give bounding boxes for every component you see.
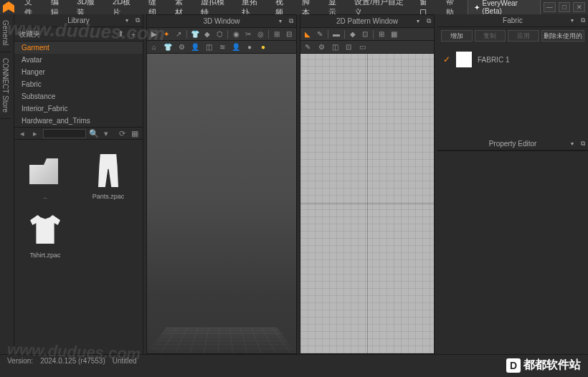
back-icon[interactable]: ◂ — [17, 128, 27, 138]
chevron-down-icon[interactable]: ▾ — [417, 18, 419, 24]
select-icon[interactable]: ✦ — [161, 29, 171, 39]
tree-interior[interactable]: Interior_Fabric — [14, 102, 143, 115]
shirt-icon[interactable]: 👕 — [163, 42, 173, 52]
fabric-delete-button[interactable]: 删除未使用的 — [541, 30, 584, 42]
folder-icon — [29, 158, 58, 184]
library-panel: Library ▾ ⧉ 收藏夹 ⬆ + Garment Avatar Hange… — [14, 14, 143, 354]
fabric-apply-button[interactable]: 应用 — [508, 30, 539, 42]
popout-icon[interactable]: ⧉ — [136, 16, 140, 24]
pen-icon[interactable]: ✎ — [303, 42, 313, 52]
home-icon[interactable]: ⌂ — [149, 42, 159, 52]
tool-icon[interactable]: ✂ — [243, 29, 253, 39]
right-panel: Fabric ▾ ⧉ 增加 复制 应用 删除未使用的 ✓ FABRIC 1 Pr… — [437, 14, 588, 354]
version-value: 2024.0.125 (r47553) — [40, 357, 105, 365]
menubar: 文件 编辑 3D服装 2D板片 缝纫 素材 虚拟模特 重拓扑 视频 脚本 显示 … — [0, 0, 588, 14]
sim-icon[interactable]: ▶ — [149, 29, 159, 39]
property-editor-header[interactable]: Property Editor ▾ ⧉ — [437, 138, 588, 151]
fabric-swatch[interactable] — [456, 52, 472, 67]
folder-icon[interactable]: ▬ — [331, 29, 341, 39]
tool-icon[interactable]: ▦ — [389, 29, 399, 39]
shirt-tool-icon[interactable]: 👕 — [190, 29, 200, 39]
tool-icon[interactable]: ◆ — [348, 29, 358, 39]
vtab-connect[interactable]: CONNECT Store — [0, 52, 11, 119]
pants-icon — [98, 154, 118, 187]
library-header[interactable]: Library ▾ ⧉ — [14, 14, 143, 27]
tool-icon[interactable]: ◫ — [330, 42, 340, 52]
vtab-general[interactable]: General — [0, 14, 11, 52]
2d-viewport[interactable] — [300, 54, 434, 353]
popout-icon[interactable]: ⧉ — [289, 17, 293, 25]
search-input[interactable] — [43, 129, 86, 138]
library-title: Library — [67, 16, 90, 24]
2d-header[interactable]: 2D Pattern Window ▾ ⧉ — [300, 15, 434, 28]
thumb-label: Tshirt.zpac — [29, 252, 60, 259]
thumb-tshirt[interactable]: Tshirt.zpac — [20, 213, 70, 259]
fabric-buttons: 增加 复制 应用 删除未使用的 — [437, 27, 588, 44]
chevron-down-icon[interactable]: ▾ — [571, 17, 574, 24]
thumb-pants[interactable]: Pants.zpac — [83, 154, 133, 200]
person-icon[interactable]: 👤 — [231, 42, 241, 52]
pen-icon[interactable]: ✎ — [315, 29, 325, 39]
popout-icon[interactable]: ⧉ — [427, 17, 431, 25]
upload-icon[interactable]: ⬆ — [115, 29, 125, 39]
tool-icon[interactable]: ⬡ — [214, 29, 224, 39]
light-icon[interactable]: ● — [258, 42, 268, 52]
center-area: 3D Window ▾ ⧉ ▶ ✦ ↗ 👕 ◆ ⬡ ◉ ✂ ◎ — [143, 14, 437, 354]
3d-viewport[interactable] — [147, 54, 296, 353]
viewport-2d: 2D Pattern Window ▾ ⧉ ◣ ✎ ▬ ◆ ⊡ ⊞ ▦ — [300, 14, 435, 354]
avatar-icon[interactable]: 👤 — [190, 42, 200, 52]
chevron-down-icon[interactable]: ▾ — [279, 18, 282, 24]
close-button[interactable]: ✕ — [573, 2, 585, 12]
file-name: Untitled — [113, 357, 137, 365]
fabric-item[interactable]: ✓ FABRIC 1 — [443, 50, 582, 69]
chevron-down-icon[interactable]: ▾ — [125, 17, 128, 24]
tool-icon[interactable]: ⊞ — [272, 29, 282, 39]
tool-icon[interactable]: ▭ — [357, 42, 367, 52]
tool-icon[interactable]: ⊞ — [376, 29, 387, 39]
brand-logo: 都都软件站 — [506, 358, 581, 373]
tool-icon[interactable]: ⊡ — [360, 29, 370, 39]
maximize-button[interactable]: □ — [559, 2, 571, 12]
thumb-parent-folder[interactable]: .. — [20, 154, 70, 200]
add-icon[interactable]: + — [128, 29, 138, 39]
tree-substance[interactable]: Substance — [14, 90, 143, 102]
tree-fabric[interactable]: Fabric — [14, 78, 143, 90]
search-icon[interactable]: 🔍 — [89, 128, 99, 138]
triangle-icon[interactable]: ◣ — [303, 29, 313, 39]
thumbnails: .. Pants.zpac Tshirt.zpac — [14, 140, 143, 354]
arrow-icon[interactable]: ↗ — [174, 29, 184, 39]
thumb-label: Pants.zpac — [93, 193, 125, 200]
tree-avatar[interactable]: Avatar — [14, 54, 143, 66]
head-icon[interactable]: ● — [245, 42, 255, 52]
popout-icon[interactable]: ⧉ — [581, 16, 585, 24]
tree-hardware[interactable]: Hardware_and_Trims — [14, 115, 143, 127]
fabric-copy-button[interactable]: 复制 — [475, 30, 506, 42]
tool-icon[interactable]: ⊡ — [343, 42, 354, 52]
3d-title: 3D Window — [203, 17, 240, 25]
tool-icon[interactable]: ◆ — [202, 29, 212, 39]
tree-hanger[interactable]: Hanger — [14, 66, 143, 78]
popout-icon[interactable]: ⧉ — [581, 140, 585, 148]
chevron-down-icon[interactable]: ▾ — [102, 128, 112, 138]
fwd-icon[interactable]: ▸ — [30, 128, 40, 138]
fabric-add-button[interactable]: 增加 — [441, 30, 473, 42]
tool-icon[interactable]: ⊟ — [284, 29, 294, 39]
gear-icon[interactable]: ⚙ — [176, 42, 186, 52]
refresh-icon[interactable]: ⟳ — [117, 128, 127, 138]
minimize-button[interactable]: — — [544, 2, 556, 12]
3d-toolbar-2: ⌂ 👕 ⚙ 👤 ◫ ≋ 👤 ● ● — [147, 41, 296, 54]
tree-garment[interactable]: Garment — [14, 42, 143, 54]
chevron-down-icon[interactable]: ▾ — [571, 140, 574, 147]
tool-icon[interactable]: ◎ — [255, 29, 265, 39]
fabric-header[interactable]: Fabric ▾ ⧉ — [437, 14, 588, 27]
wind-icon[interactable]: ≋ — [217, 42, 227, 52]
workspace: General CONNECT Store Library ▾ ⧉ 收藏夹 ⬆ … — [0, 14, 588, 354]
property-editor-title: Property Editor — [489, 140, 537, 148]
gear-icon[interactable]: ⚙ — [316, 42, 326, 52]
3d-header[interactable]: 3D Window ▾ ⧉ — [147, 15, 296, 28]
tool-icon[interactable]: ◉ — [231, 29, 241, 39]
grid-icon[interactable]: ▦ — [130, 128, 140, 138]
fabric-title: Fabric — [503, 16, 523, 24]
cube-icon[interactable]: ◫ — [204, 42, 214, 52]
floor-grid — [147, 328, 296, 353]
